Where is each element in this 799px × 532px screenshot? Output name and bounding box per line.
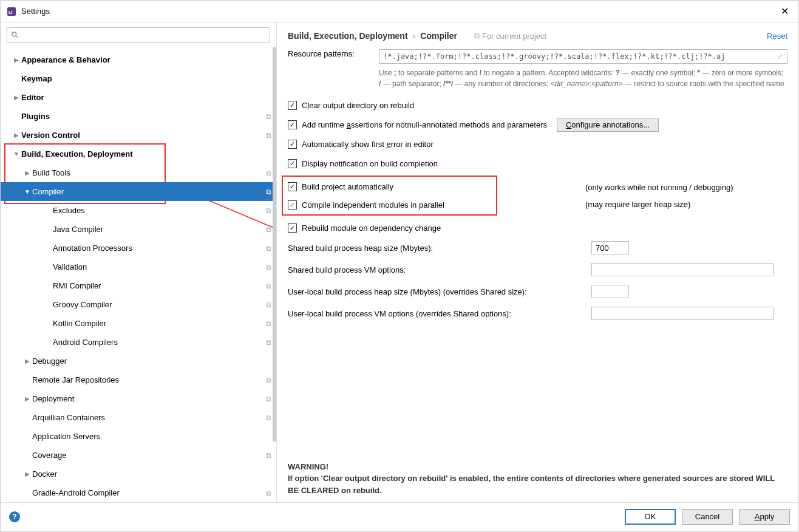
compile-parallel-note: (may require larger heap size) bbox=[585, 200, 690, 209]
tree-item-docker[interactable]: ▶Docker bbox=[1, 465, 276, 483]
tree-item-version-control[interactable]: ▶Version Control⧉ bbox=[1, 126, 276, 145]
copy-icon: ⧉ bbox=[266, 414, 271, 422]
tree-item-label: Annotation Processors bbox=[53, 244, 266, 253]
tree-item-label: Gradle-Android Compiler bbox=[32, 488, 266, 497]
search-box[interactable] bbox=[7, 27, 270, 43]
annotation-box-checkboxes: Build project automatically Compile inde… bbox=[282, 176, 497, 216]
search-input[interactable] bbox=[22, 31, 266, 40]
copy-icon: ⧉ bbox=[266, 112, 271, 121]
tree-item-debugger[interactable]: ▶Debugger bbox=[1, 352, 276, 370]
close-button[interactable]: ✕ bbox=[777, 4, 792, 18]
tree-item-remote-jar-repositories[interactable]: ▶Remote Jar Repositories⧉ bbox=[1, 370, 276, 389]
help-button[interactable]: ? bbox=[9, 511, 20, 522]
copy-icon: ⧉ bbox=[266, 282, 271, 290]
tree-item-label: Coverage bbox=[32, 451, 266, 460]
copy-icon: ⧉ bbox=[266, 395, 271, 403]
tree-item-plugins[interactable]: ▶Plugins⧉ bbox=[1, 107, 276, 126]
display-notification-checkbox[interactable] bbox=[288, 159, 297, 168]
tree-item-label: Arquillian Containers bbox=[32, 413, 266, 422]
shared-vm-label: Shared build process VM options: bbox=[288, 265, 591, 275]
copy-icon: ⧉ bbox=[266, 131, 271, 140]
resource-help-text: Use ; to separate patterns and ! to nega… bbox=[379, 67, 787, 89]
rebuild-dependency-checkbox[interactable] bbox=[288, 223, 297, 233]
app-icon: IJ bbox=[7, 7, 16, 16]
titlebar: IJ Settings ✕ bbox=[1, 1, 798, 22]
rebuild-dependency-label: Rebuild module on dependency change bbox=[302, 223, 441, 233]
tree-item-label: Remote Jar Repositories bbox=[32, 375, 266, 384]
shared-vm-input[interactable] bbox=[591, 263, 773, 276]
tree-item-annotation-processors[interactable]: ▶Annotation Processors⧉ bbox=[1, 239, 276, 257]
tree-item-label: Editor bbox=[21, 93, 271, 102]
tree-item-label: Version Control bbox=[21, 131, 266, 140]
tree-item-build-execution-deployment[interactable]: ▼Build, Execution, Deployment bbox=[1, 145, 276, 163]
tree-item-label: Deployment bbox=[32, 394, 266, 403]
chevron-right-icon: ▶ bbox=[22, 471, 32, 477]
expand-icon[interactable]: ⤢ bbox=[777, 52, 783, 61]
tree-item-label: Java Compiler bbox=[53, 225, 266, 234]
user-vm-label: User-local build process VM options (ove… bbox=[288, 309, 591, 318]
reset-link[interactable]: Reset bbox=[767, 32, 787, 41]
cancel-button[interactable]: Cancel bbox=[682, 509, 733, 525]
chevron-right-icon: ▶ bbox=[22, 358, 32, 364]
tree-item-java-compiler[interactable]: ▶Java Compiler⧉ bbox=[1, 220, 276, 239]
tree-item-groovy-compiler[interactable]: ▶Groovy Compiler⧉ bbox=[1, 295, 276, 314]
tree-item-label: Plugins bbox=[21, 112, 266, 121]
chevron-right-icon: ▶ bbox=[12, 132, 21, 138]
tree-item-rmi-compiler[interactable]: ▶RMI Compiler⧉ bbox=[1, 276, 276, 295]
copy-icon: ⧉ bbox=[266, 263, 271, 271]
warning-block: WARNING! If option 'Clear output directo… bbox=[288, 449, 787, 497]
compile-parallel-label: Compile independent modules in parallel bbox=[302, 200, 444, 210]
runtime-assertions-checkbox[interactable] bbox=[288, 120, 297, 129]
build-auto-note: (only works while not running / debuggin… bbox=[585, 183, 733, 192]
apply-button[interactable]: Apply bbox=[739, 509, 790, 525]
copy-icon: ⧉ bbox=[474, 31, 480, 41]
configure-annotations-button[interactable]: Configure annotations... bbox=[557, 118, 659, 132]
tree-item-keymap[interactable]: ▶Keymap bbox=[1, 69, 276, 88]
content-panel: Build, Execution, Deployment›Compiler ⧉ … bbox=[277, 22, 798, 502]
tree-item-validation[interactable]: ▶Validation⧉ bbox=[1, 257, 276, 276]
shared-heap-input[interactable] bbox=[591, 241, 629, 254]
chevron-down-icon: ▼ bbox=[22, 188, 32, 195]
tree-item-kotlin-compiler[interactable]: ▶Kotlin Compiler⧉ bbox=[1, 314, 276, 333]
chevron-down-icon: ▼ bbox=[12, 151, 21, 157]
copy-icon: ⧉ bbox=[266, 376, 271, 384]
display-notification-label: Display notification on build completion bbox=[302, 159, 438, 168]
sidebar-scrollbar[interactable] bbox=[273, 47, 276, 442]
tree-item-build-tools[interactable]: ▶Build Tools⧉ bbox=[1, 163, 276, 182]
tree-item-android-compilers[interactable]: ▶Android Compilers⧉ bbox=[1, 333, 276, 352]
user-heap-input[interactable] bbox=[591, 285, 629, 298]
user-heap-label: User-local build process heap size (Mbyt… bbox=[288, 287, 591, 296]
tree-item-label: Build, Execution, Deployment bbox=[21, 149, 271, 159]
user-vm-input[interactable] bbox=[591, 307, 773, 320]
tree-item-arquillian-containers[interactable]: ▶Arquillian Containers⧉ bbox=[1, 408, 276, 427]
compile-parallel-checkbox[interactable] bbox=[288, 200, 297, 210]
tree-item-coverage[interactable]: ▶Coverage⧉ bbox=[1, 446, 276, 465]
breadcrumb: Build, Execution, Deployment›Compiler bbox=[288, 31, 457, 41]
window-title: Settings bbox=[21, 7, 777, 16]
for-project-label: ⧉ For current project bbox=[474, 31, 546, 41]
copy-icon: ⧉ bbox=[266, 169, 271, 177]
auto-show-error-checkbox[interactable] bbox=[288, 140, 297, 149]
ok-button[interactable]: OK bbox=[625, 509, 676, 525]
tree-item-compiler[interactable]: ▼Compiler⧉ bbox=[1, 182, 276, 201]
copy-icon: ⧉ bbox=[266, 489, 271, 497]
tree-item-label: Validation bbox=[53, 262, 266, 271]
copy-icon: ⧉ bbox=[266, 319, 271, 328]
tree-item-application-servers[interactable]: ▶Application Servers bbox=[1, 427, 276, 446]
tree-item-appearance-behavior[interactable]: ▶Appearance & Behavior bbox=[1, 50, 276, 69]
tree-item-excludes[interactable]: ▶Excludes⧉ bbox=[1, 201, 276, 220]
tree-item-deployment[interactable]: ▶Deployment⧉ bbox=[1, 389, 276, 408]
tree-item-label: Kotlin Compiler bbox=[53, 319, 266, 328]
tree-item-editor[interactable]: ▶Editor bbox=[1, 88, 276, 107]
runtime-assertions-label: Add runtime assertions for notnull-annot… bbox=[302, 120, 547, 129]
build-auto-checkbox[interactable] bbox=[288, 182, 297, 191]
resource-patterns-input[interactable]: !*.java;!?*.form;!?*.class;!?*.groovy;!?… bbox=[379, 49, 787, 64]
copy-icon: ⧉ bbox=[266, 451, 271, 460]
copy-icon: ⧉ bbox=[266, 188, 271, 196]
clear-output-checkbox[interactable] bbox=[288, 101, 297, 110]
chevron-right-icon: ▶ bbox=[12, 94, 21, 101]
tree-item-label: Compiler bbox=[32, 187, 266, 196]
settings-tree[interactable]: ▶Appearance & Behavior▶Keymap▶Editor▶Plu… bbox=[1, 48, 276, 502]
auto-show-error-label: Automatically show first error in editor bbox=[302, 140, 433, 149]
tree-item-gradle-android-compiler[interactable]: ▶Gradle-Android Compiler⧉ bbox=[1, 483, 276, 502]
